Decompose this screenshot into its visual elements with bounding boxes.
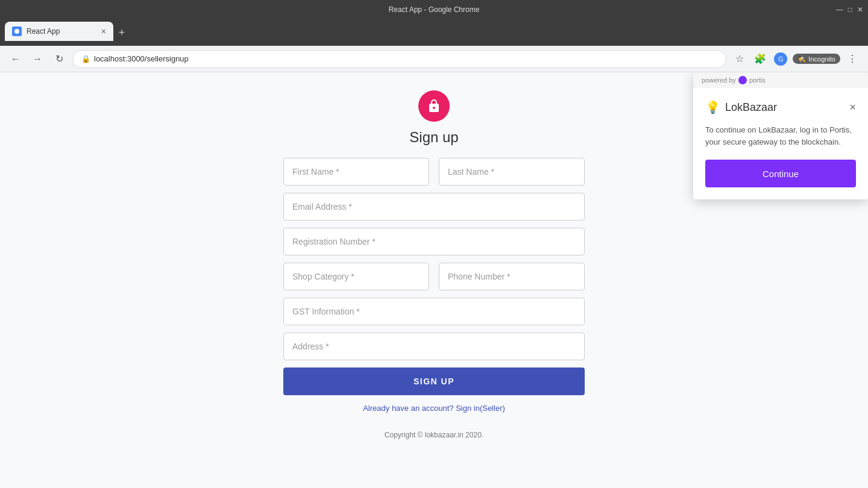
email-field (283, 193, 585, 221)
browser-title: React App - Google Chrome (389, 5, 480, 14)
gst-field (283, 298, 585, 325)
first-name-input[interactable] (283, 158, 429, 186)
portis-close-button[interactable]: × (849, 101, 856, 114)
incognito-badge: 🕵️ Incognito (793, 54, 840, 64)
last-name-input[interactable] (439, 158, 585, 186)
portis-brand-icon: 💡 (705, 100, 720, 114)
portis-modal-body: 💡 LokBazaar × To continue on LokBazaar, … (693, 88, 868, 199)
maximize-icon[interactable]: □ (848, 5, 852, 14)
browser-window-controls: — □ ✕ (836, 5, 863, 14)
portis-header: 💡 LokBazaar × (705, 100, 856, 114)
portis-modal-title: LokBazaar (725, 101, 777, 114)
signup-button[interactable]: SIGN UP (283, 368, 585, 395)
back-button[interactable]: ← (7, 51, 24, 67)
browser-actions: ☆ 🧩 G 🕵️ Incognito ⋮ (731, 51, 861, 67)
forward-icon: → (33, 54, 42, 64)
tab-close-button[interactable]: × (101, 27, 106, 36)
portis-brand: 💡 LokBazaar (705, 100, 777, 114)
signup-container: Sign up SIGN UP Already have (283, 90, 585, 439)
portis-powered-bar: powered by portis (693, 72, 868, 88)
address-input[interactable] (283, 333, 585, 360)
svg-point-0 (14, 29, 19, 34)
browser-tabs: React App × + (0, 19, 868, 41)
page-content: Sign up SIGN UP Already have (0, 72, 868, 488)
back-icon: ← (11, 54, 20, 64)
incognito-icon: 🕵️ (797, 55, 806, 63)
copyright-text: Copyright © lokbazaar.in 2020. (385, 431, 483, 439)
forward-button[interactable]: → (29, 51, 46, 67)
reload-icon: ↻ (55, 53, 63, 64)
signin-link[interactable]: Already have an account? Sign in(Seller) (363, 404, 505, 413)
phone-input[interactable] (439, 263, 585, 290)
profile-button[interactable]: G (772, 51, 789, 67)
close-icon[interactable]: ✕ (857, 5, 863, 14)
browser-chrome: React App - Google Chrome — □ ✕ React Ap… (0, 0, 868, 46)
minimize-icon[interactable]: — (836, 5, 843, 14)
portis-logo-small (738, 76, 747, 84)
new-tab-button[interactable]: + (113, 24, 130, 41)
bookmark-button[interactable]: ☆ (731, 51, 748, 67)
portis-modal: powered by portis 💡 LokBazaar × To conti… (693, 72, 868, 199)
portis-brand-small-text: portis (749, 77, 766, 84)
portis-description: To continue on LokBazaar, log in to Port… (705, 124, 856, 148)
registration-input[interactable] (283, 228, 585, 255)
address-text: localhost:3000/sellersignup (94, 54, 189, 63)
shop-phone-row (283, 263, 585, 290)
menu-button[interactable]: ⋮ (844, 51, 861, 67)
address-bar[interactable]: 🔒 localhost:3000/sellersignup (72, 50, 726, 68)
email-input[interactable] (283, 193, 585, 221)
browser-addressbar: ← → ↻ 🔒 localhost:3000/sellersignup ☆ 🧩 … (0, 46, 868, 72)
extensions-button[interactable]: 🧩 (752, 51, 769, 67)
registration-field (283, 228, 585, 255)
signup-icon-circle (418, 90, 450, 122)
powered-by-text: powered by (702, 77, 736, 84)
portis-continue-button[interactable]: Continue (705, 160, 856, 187)
lock-icon (427, 99, 441, 113)
address-field (283, 333, 585, 360)
name-row (283, 158, 585, 186)
incognito-label: Incognito (808, 55, 835, 63)
browser-tab-active[interactable]: React App × (5, 22, 113, 41)
tab-favicon (12, 27, 22, 36)
page-title: Sign up (409, 129, 458, 146)
shop-category-input[interactable] (283, 263, 429, 290)
browser-titlebar: React App - Google Chrome — □ ✕ (0, 0, 868, 19)
gst-input[interactable] (283, 298, 585, 325)
reload-button[interactable]: ↻ (51, 51, 68, 67)
lock-icon: 🔒 (81, 55, 90, 63)
tab-title: React App (27, 27, 96, 36)
